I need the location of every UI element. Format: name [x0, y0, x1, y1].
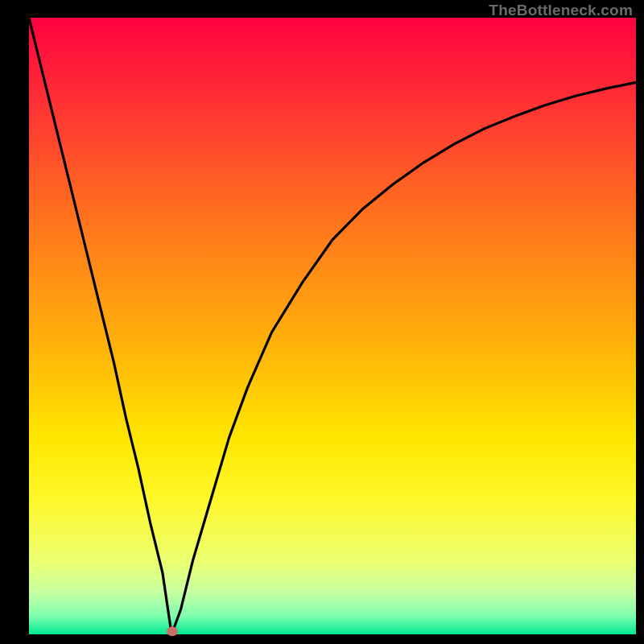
svg-rect-0 [29, 18, 636, 634]
attribution-label: TheBottleneck.com [489, 2, 633, 19]
bottleneck-plot [0, 0, 644, 644]
chart-frame: TheBottleneck.com [0, 0, 644, 644]
optimum-marker [167, 626, 178, 636]
